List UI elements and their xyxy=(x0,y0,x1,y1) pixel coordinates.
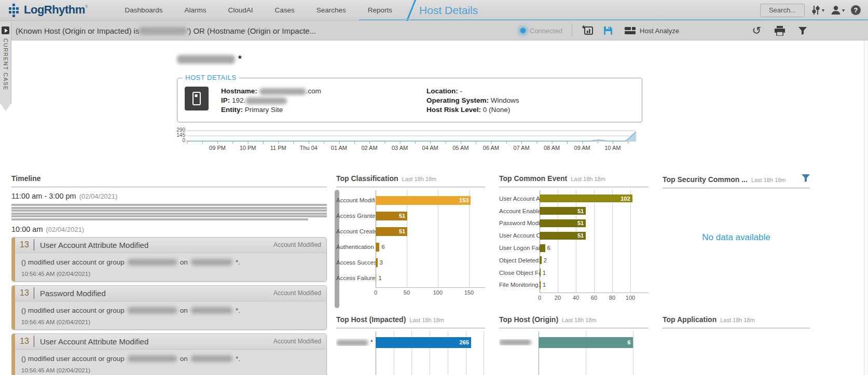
location-row: Location: - xyxy=(426,87,519,96)
nav-item-cloudai[interactable]: CloudAI xyxy=(217,0,264,21)
timeline-panel: Timeline 11:00 am - 3:00 pm(02/04/2021)1… xyxy=(11,171,327,375)
host-icon xyxy=(185,87,209,110)
top-host-impacted-title: Top Host (Impacted) xyxy=(336,315,406,324)
divider xyxy=(572,24,572,37)
bar-category-label: Account Enabled xyxy=(499,208,540,214)
bar-top-host-impacted-0[interactable]: 265 xyxy=(376,337,471,348)
bar-top-classification-3[interactable] xyxy=(376,243,379,252)
top-security-title: Top Security Common ... xyxy=(663,175,748,184)
nav-item-alarms[interactable]: Alarms xyxy=(173,0,217,21)
top-classification-chart: Account Modifi...153Access Granted51Acco… xyxy=(336,192,485,297)
nav-menu: DashboardsAlarmsCloudAICasesSearchesRepo… xyxy=(114,0,403,21)
top-classification-title: Top Classification xyxy=(336,174,398,183)
bar-top-classification-5[interactable] xyxy=(376,274,376,283)
bar-category-label: User Logon Fail... xyxy=(499,245,540,251)
redacted-host-label xyxy=(499,339,531,345)
host-analyze-button[interactable]: Host Analyze xyxy=(625,21,679,40)
bar-top-common-event-4[interactable] xyxy=(540,244,545,252)
top-host-impacted-header: Top Host (Impacted) Last 18h 18m xyxy=(336,312,485,328)
bar-top-classification-2[interactable]: 51 xyxy=(376,227,407,236)
redacted-ip-value xyxy=(245,98,287,104)
bar-top-common-event-7[interactable] xyxy=(540,281,541,289)
funnel-icon[interactable] xyxy=(802,174,810,182)
timeline-title: Timeline xyxy=(11,174,41,183)
top-security-header: Top Security Common ... Last 18h 18m xyxy=(663,171,810,188)
bar-top-common-event-0[interactable]: 102 xyxy=(540,195,632,202)
page-scrollbar[interactable] xyxy=(864,40,868,375)
host-fields-left: Hostname: .com IP: 192. Entity: Primary … xyxy=(221,87,321,115)
current-case-tab[interactable]: CURRENT CASE xyxy=(0,22,11,111)
print-icon[interactable] xyxy=(775,26,785,36)
funnel-icon[interactable] xyxy=(798,27,807,35)
play-arrow-icon xyxy=(5,29,8,33)
undo-icon[interactable]: ↺ xyxy=(752,25,761,36)
redacted-account xyxy=(128,259,177,266)
x-axis: 020406080100 xyxy=(540,293,649,302)
event-count: 13 xyxy=(15,288,34,298)
event-description: () modified user account or groupon*. xyxy=(21,355,320,363)
timeline-loading-skeleton xyxy=(11,204,327,220)
top-common-event-header: Top Common Event Last 18h 18m xyxy=(499,171,649,187)
chevron-down-icon: ▾ xyxy=(842,7,845,13)
event-description: () modified user account or groupon*. xyxy=(21,307,320,314)
logo-text: LogRhythm xyxy=(24,3,85,17)
nav-item-reports[interactable]: Reports xyxy=(357,0,403,21)
redacted-hostname xyxy=(139,27,187,35)
hostname-row: Hostname: .com xyxy=(221,87,321,96)
redacted-host-label xyxy=(336,340,368,346)
entity-row: Entity: Primary Site xyxy=(221,105,321,115)
top-host-origin-title: Top Host (Origin) xyxy=(499,315,558,324)
user-menu-button[interactable]: ▾ xyxy=(831,5,845,15)
nav-item-dashboards[interactable]: Dashboards xyxy=(114,0,174,21)
navbar-right-controls: Search... ▾ ▾ ? xyxy=(760,4,861,17)
top-classification-range: Last 18h 18m xyxy=(402,176,437,182)
bar-category-label: Account Created xyxy=(336,228,376,234)
bar-category-label: Access Failure xyxy=(336,275,376,281)
top-host-impacted-chart: *265 xyxy=(336,334,485,351)
bar-top-common-event-5[interactable] xyxy=(540,256,542,264)
save-search-button[interactable] xyxy=(603,21,613,40)
filter-bar-actions: ↺ xyxy=(752,21,807,40)
bar-top-common-event-3[interactable]: 51 xyxy=(540,232,586,240)
top-classification-header: Top Classification Last 18h 18m xyxy=(336,171,485,187)
query-prefix: (Known Host (Origin or Impacted) is xyxy=(16,26,139,35)
timeline-event-card[interactable]: 13Password ModifiedAccount Modified() mo… xyxy=(11,285,327,330)
event-timestamp: 10:56:45 AM (02/04/2021) xyxy=(21,367,320,373)
navbar-blue-underline xyxy=(359,19,868,20)
bar-top-classification-1[interactable]: 51 xyxy=(376,212,407,220)
logrhythm-logo[interactable]: LogRhythm ® xyxy=(8,3,88,17)
event-description: () modified user account or groupon*. xyxy=(21,258,320,266)
top-classification-panel: Top Classification Last 18h 18m Account … xyxy=(336,171,485,297)
bar-top-host-origin-0[interactable]: 6 xyxy=(539,337,633,348)
main-content: * HOST DETAILS Hostname: .com IP: 192. E… xyxy=(0,40,868,375)
bar-top-common-event-6[interactable] xyxy=(540,269,541,276)
bar-top-common-event-1[interactable]: 51 xyxy=(540,207,586,215)
timeline-group-time: 10:00 am(02/04/2021) xyxy=(11,225,327,233)
top-application-title: Top Application xyxy=(663,315,717,324)
event-title: User Account Attribute Modified xyxy=(40,337,273,346)
top-host-impacted-range: Last 18h 18m xyxy=(409,317,444,323)
timeline-event-card[interactable]: 13User Account Attribute ModifiedAccount… xyxy=(11,334,327,375)
top-security-common-event-panel: Top Security Common ... Last 18h 18m No … xyxy=(663,171,810,188)
display-options-button[interactable]: ▾ xyxy=(811,5,824,15)
add-widget-button[interactable] xyxy=(582,21,594,40)
search-button[interactable]: Search... xyxy=(760,4,805,17)
host-analyze-icon xyxy=(625,26,636,35)
bar-top-classification-4[interactable] xyxy=(376,258,378,267)
timeline-event-card[interactable]: 13User Account Attribute ModifiedAccount… xyxy=(11,237,327,282)
top-security-range: Last 18h 18m xyxy=(751,177,786,183)
no-data-message: No data available xyxy=(663,232,810,243)
risk-row: Host Risk Level: 0 (None) xyxy=(426,105,519,115)
host-activity-chart: 2901450 09 PM10 PM11 PMThu 0401 AM02 AM0… xyxy=(177,129,644,156)
nav-item-cases[interactable]: Cases xyxy=(264,0,305,21)
connected-dot-icon xyxy=(520,28,526,33)
title-slash-divider xyxy=(406,0,416,21)
redacted-host xyxy=(191,259,232,266)
bar-top-classification-0[interactable]: 153 xyxy=(376,196,471,205)
help-icon[interactable]: ? xyxy=(851,5,861,15)
bar-top-common-event-2[interactable]: 51 xyxy=(540,219,586,227)
nav-item-searches[interactable]: Searches xyxy=(306,0,357,21)
redacted-host-name xyxy=(177,55,235,64)
filter-query[interactable]: (Known Host (Origin or Impacted) is ') O… xyxy=(16,21,316,40)
expand-current-case-button[interactable] xyxy=(2,26,9,34)
